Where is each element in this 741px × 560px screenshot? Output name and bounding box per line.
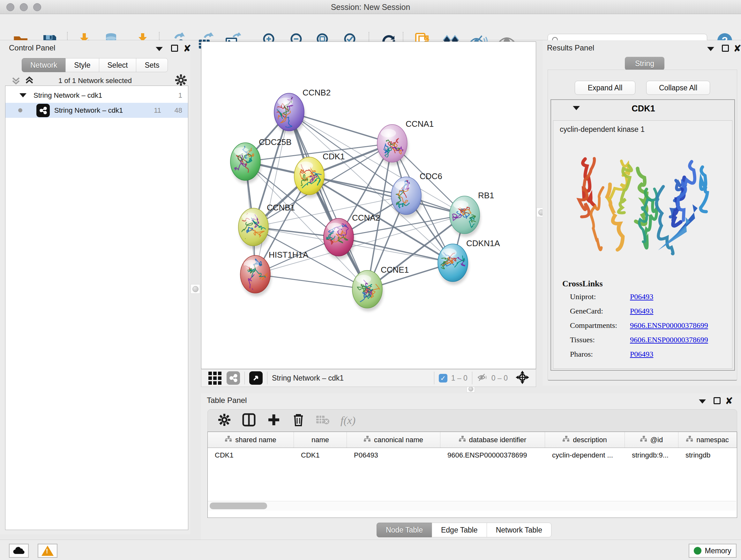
column-header-description[interactable]: description xyxy=(545,432,625,448)
left-splitter-handle[interactable] xyxy=(191,284,200,294)
tab-network-table[interactable]: Network Table xyxy=(487,523,551,537)
panel-float-icon[interactable] xyxy=(722,45,729,53)
node-CDK1[interactable]: CDK1 xyxy=(294,152,345,198)
delete-column-icon[interactable] xyxy=(292,413,305,428)
birds-eye-view-icon[interactable] xyxy=(249,371,263,385)
crosslink-link[interactable]: P06493 xyxy=(630,307,653,315)
collection-count: 1 xyxy=(179,91,182,100)
selected-checkbox-icon[interactable]: ✓ xyxy=(439,374,448,382)
node-CCNB1[interactable]: CCNB1 xyxy=(239,203,295,249)
column-header-name[interactable]: name xyxy=(294,432,347,448)
network-label: String Network – cdk1 xyxy=(54,106,123,115)
results-panel: Results Panel ✘ String Expand All Collap… xyxy=(542,40,741,386)
delete-table-icon[interactable] xyxy=(316,415,330,427)
crosslink-row: Uniprot:P06493 xyxy=(570,293,730,301)
node-HIST1H1A[interactable]: HIST1H1A xyxy=(234,250,309,296)
scrollbar-thumb[interactable] xyxy=(210,503,267,509)
selected-count: 1 – 0 xyxy=(451,374,468,382)
crosslink-link[interactable]: 9606.ENSP00000378699 xyxy=(630,321,708,330)
node-label-HIST1H1A: HIST1H1A xyxy=(269,250,309,260)
panel-close-icon[interactable]: ✘ xyxy=(183,43,191,54)
shared-column-icon xyxy=(640,436,647,444)
crosslinks-heading: CrossLinks xyxy=(562,279,603,289)
node-CDKN1A[interactable]: CDKN1A xyxy=(438,239,500,285)
warnings-button[interactable] xyxy=(38,544,57,558)
cell--id[interactable]: stringdb:9... xyxy=(625,448,678,462)
node-CCNB2[interactable]: CCNB2 xyxy=(269,88,331,134)
shared-column-icon xyxy=(562,436,569,444)
column-header-canonical-name[interactable]: canonical name xyxy=(347,432,441,448)
crosslink-link[interactable]: P06493 xyxy=(630,293,653,301)
network-collection-label: String Network – cdk1 xyxy=(33,91,102,100)
node-label-CCNB1: CCNB1 xyxy=(267,203,295,212)
cell-database-identifier[interactable]: 9606.ENSP00000378699 xyxy=(441,448,545,462)
memory-label: Memory xyxy=(704,547,731,555)
tab-network[interactable]: Network xyxy=(22,58,66,72)
node-CDC6[interactable]: CDC6 xyxy=(391,172,442,218)
cell-description[interactable]: cyclin-dependent ... xyxy=(545,448,625,462)
node-table[interactable]: shared namenamecanonical namedatabase id… xyxy=(207,432,737,518)
tab-sets[interactable]: Sets xyxy=(136,58,168,72)
panel-float-icon[interactable] xyxy=(714,397,721,406)
cell-shared-name[interactable]: CDK1 xyxy=(208,448,294,462)
node-CDC25B[interactable]: CDC25B xyxy=(230,137,292,184)
network-canvas[interactable]: CCNB2CCNA1CDC25BCDK1CDC6RB1CCNB1CCNA2CDK… xyxy=(201,42,536,369)
cell-namespac[interactable]: stringdb xyxy=(678,448,737,462)
node-CCNA1[interactable]: CCNA1 xyxy=(377,119,434,165)
pan-crosshair-icon[interactable] xyxy=(515,370,529,386)
node-RB1[interactable]: RB1 xyxy=(450,191,494,237)
edge-CCNB2-CCNE1[interactable] xyxy=(289,112,367,289)
gene-symbol: CDK1 xyxy=(551,104,736,114)
column-header-shared-name[interactable]: shared name xyxy=(208,432,294,448)
network-selection-status: 1 of 1 Network selected xyxy=(0,77,190,85)
grid-view-icon[interactable] xyxy=(208,372,221,385)
panel-menu-icon[interactable] xyxy=(156,47,163,52)
panel-menu-icon[interactable] xyxy=(699,399,706,405)
network-row[interactable]: String Network – cdk1 11 48 xyxy=(5,103,188,118)
crosslink-link[interactable]: 9606.ENSP00000378699 xyxy=(630,335,708,344)
collapse-all-button[interactable]: Collapse All xyxy=(646,81,710,95)
panel-menu-icon[interactable] xyxy=(707,47,714,52)
cell-canonical-name[interactable]: P06493 xyxy=(347,448,441,462)
expand-all-button[interactable]: Expand All xyxy=(575,81,635,95)
hidden-count: 0 – 0 xyxy=(491,374,508,382)
column-header-namespac[interactable]: namespac xyxy=(678,432,737,448)
column-header-database-identifier[interactable]: database identifier xyxy=(441,432,545,448)
panel-close-icon[interactable]: ✘ xyxy=(725,395,733,407)
tab-node-table[interactable]: Node Table xyxy=(377,523,432,537)
network-collection-row[interactable]: String Network – cdk1 1 xyxy=(5,88,188,103)
edge-HIST1H1A-CCNE1[interactable] xyxy=(255,274,367,289)
table-header-row: shared namenamecanonical namedatabase id… xyxy=(208,432,737,448)
tab-edge-table[interactable]: Edge Table xyxy=(432,523,487,537)
cloud-status-button[interactable] xyxy=(9,544,29,558)
crosslink-label: Compartments: xyxy=(570,321,630,330)
shared-column-icon xyxy=(686,436,693,444)
results-panel-title: Results Panel xyxy=(547,44,594,52)
column-header--id[interactable]: @id xyxy=(625,432,678,448)
cell-name[interactable]: CDK1 xyxy=(294,448,347,462)
edge-CCNA2-CDKN1A[interactable] xyxy=(339,237,453,263)
warning-icon xyxy=(42,546,54,556)
node-label-CDC6: CDC6 xyxy=(420,172,442,181)
hidden-eye-icon[interactable] xyxy=(477,372,489,384)
crosslink-link[interactable]: P06493 xyxy=(630,350,653,359)
table-horizontal-scrollbar[interactable] xyxy=(208,501,736,510)
table-row[interactable]: CDK1CDK1P064939606.ENSP00000378699cyclin… xyxy=(208,448,737,462)
tab-style[interactable]: Style xyxy=(65,58,99,72)
network-share-icon[interactable] xyxy=(226,371,240,385)
table-settings-gear-icon[interactable] xyxy=(218,414,231,428)
tree-expand-icon[interactable] xyxy=(19,93,26,98)
function-builder-icon[interactable]: f(x) xyxy=(340,415,355,427)
show-columns-icon[interactable] xyxy=(242,413,256,428)
add-column-icon[interactable] xyxy=(267,413,280,428)
panel-float-icon[interactable] xyxy=(171,45,178,53)
panel-close-icon[interactable]: ✘ xyxy=(733,43,741,54)
memory-button[interactable]: Memory xyxy=(689,544,737,558)
table-panel-title: Table Panel xyxy=(207,396,247,405)
node-CCNE1[interactable]: CCNE1 xyxy=(352,265,409,311)
main-toolbar: ? xyxy=(0,14,741,40)
network-tree: String Network – cdk1 1 String Network –… xyxy=(5,85,188,530)
node-label-CDC25B: CDC25B xyxy=(259,137,292,147)
tab-select[interactable]: Select xyxy=(99,58,137,72)
tab-string[interactable]: String xyxy=(625,57,664,70)
